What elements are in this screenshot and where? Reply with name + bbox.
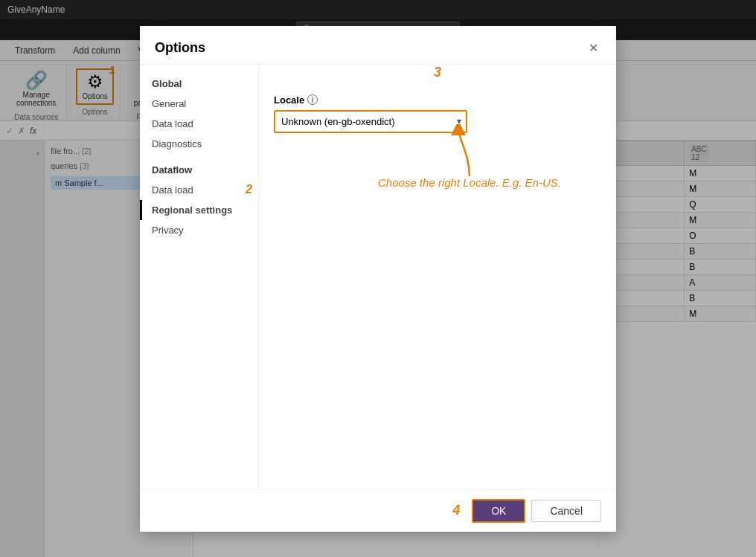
modal-body: Global General Data load Diagnostics Dat…: [140, 65, 616, 489]
modal-close-button[interactable]: ✕: [586, 38, 601, 58]
global-section-header: Global: [140, 74, 258, 94]
cancel-button[interactable]: Cancel: [531, 500, 601, 522]
menu-item-privacy[interactable]: Privacy: [140, 220, 258, 240]
options-modal: Options ✕ Global General Data load Diagn…: [140, 26, 616, 532]
arrow-svg: [447, 124, 492, 184]
ok-button[interactable]: OK: [472, 499, 525, 523]
modal-overlay: Options ✕ Global General Data load Diagn…: [0, 0, 756, 557]
menu-item-data-load[interactable]: Data load: [140, 114, 258, 134]
locale-info-icon[interactable]: i: [307, 94, 318, 105]
modal-footer: 4 OK Cancel: [140, 489, 616, 532]
annotation-4: 4: [452, 503, 460, 518]
menu-item-dataflow-data-load[interactable]: Data load 2: [140, 180, 258, 200]
modal-sidebar: Global General Data load Diagnostics Dat…: [140, 65, 259, 489]
annotation-choose-locale: Choose the right Locale. E.g. En-US.: [378, 176, 561, 189]
menu-item-diagnostics[interactable]: Diagnostics: [140, 134, 258, 154]
annotation-2: 2: [246, 183, 252, 196]
annotation-3: 3: [434, 65, 441, 80]
modal-title: Options: [155, 40, 205, 56]
annotation-arrow-area: Choose the right Locale. E.g. En-US.: [378, 124, 561, 189]
menu-item-general[interactable]: General: [140, 94, 258, 114]
dataflow-section-header: Dataflow: [140, 160, 258, 180]
modal-main-content: 3 Locale i Unknown (en-gb-oxendict) Engl…: [259, 65, 616, 489]
menu-item-regional-settings[interactable]: Regional settings: [140, 200, 258, 220]
locale-label: Locale i: [274, 94, 601, 106]
modal-header: Options ✕: [140, 26, 616, 65]
